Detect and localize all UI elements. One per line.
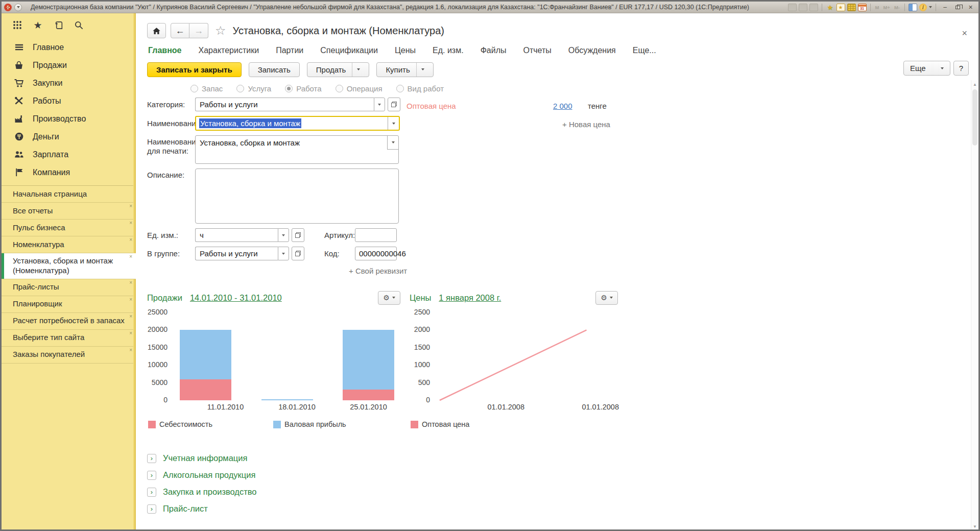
window-tab-home[interactable]: Начальная страница	[2, 186, 136, 203]
sidebar-item-works[interactable]: Работы	[2, 92, 136, 110]
sidebar-item-production[interactable]: Производство	[2, 110, 136, 128]
description-input[interactable]	[195, 168, 399, 224]
scroll-up-icon[interactable]: ▲	[971, 80, 978, 88]
sales-period-link[interactable]: 14.01.2010 - 31.01.2010	[190, 293, 282, 303]
prices-settings-button[interactable]: ⚙	[595, 291, 618, 305]
close-form-icon[interactable]: ×	[962, 29, 967, 38]
memory-m-plus-icon[interactable]: M+	[882, 4, 891, 11]
close-tab-icon[interactable]: ×	[129, 221, 132, 226]
window-tab[interactable]: Планировщик×	[2, 296, 136, 313]
radio-operation[interactable]: Операция	[336, 84, 383, 93]
tab-characteristics[interactable]: Характеристики	[199, 46, 259, 55]
chevron-right-icon[interactable]: ›	[147, 504, 156, 514]
close-tab-icon[interactable]: ×	[129, 204, 132, 209]
sales-settings-button[interactable]: ⚙	[378, 291, 400, 305]
close-tab-icon[interactable]: ×	[129, 297, 132, 302]
window-tab[interactable]: Прайс-листы×	[2, 279, 136, 296]
close-tab-icon[interactable]: ×	[129, 348, 132, 353]
chevron-right-icon[interactable]: ›	[147, 454, 156, 463]
close-tab-icon[interactable]: ×	[129, 314, 132, 319]
info-dropdown-icon[interactable]	[929, 6, 932, 8]
search-icon[interactable]	[69, 18, 88, 32]
split-panel-icon[interactable]	[909, 4, 917, 11]
tab-prices[interactable]: Цены	[395, 46, 416, 55]
tab-discussions[interactable]: Обсуждения	[568, 46, 616, 55]
print-icon[interactable]	[799, 4, 807, 11]
category-input[interactable]: Работы и услуги	[195, 98, 374, 111]
back-button[interactable]: ←	[171, 23, 189, 38]
print-name-input[interactable]: Установка, сборка и монтаж	[195, 135, 399, 164]
sku-input[interactable]	[355, 228, 397, 242]
sidebar-item-company[interactable]: Компания	[2, 163, 136, 181]
unit-input[interactable]: ч	[195, 228, 278, 242]
custom-attribute-link[interactable]: + Свой реквизит	[349, 267, 407, 275]
window-tab[interactable]: Номенклатура×	[2, 236, 136, 253]
vertical-scrollbar[interactable]: ▲ ▼	[971, 80, 978, 530]
memory-m-minus-icon[interactable]: M-	[893, 4, 901, 11]
save-button[interactable]: Записать	[249, 62, 300, 77]
save-and-close-button[interactable]: Записать и закрыть	[147, 62, 242, 77]
sidebar-item-money[interactable]: Деньги	[2, 128, 136, 146]
memory-m-icon[interactable]: M	[874, 4, 880, 11]
section-alcohol-products[interactable]: › Алкогольная продукция	[147, 467, 978, 484]
category-open-icon[interactable]	[388, 98, 400, 111]
window-tab[interactable]: Выберите тип сайта×	[2, 330, 136, 347]
name-input[interactable]: Установка, сборка и монтаж	[196, 117, 388, 130]
radio-stock[interactable]: Запас	[190, 84, 223, 93]
section-accounting-info[interactable]: › Учетная информация	[147, 450, 978, 467]
section-price-list[interactable]: › Прайс-лист	[147, 500, 978, 517]
sidebar-item-salary[interactable]: Зарплата	[2, 146, 136, 163]
window-tab[interactable]: Расчет потребностей в запасах×	[2, 313, 136, 330]
window-tab-active[interactable]: Установка, сборка и монтаж (Номенклатура…	[2, 253, 136, 279]
close-tab-icon[interactable]: ×	[129, 331, 132, 336]
apps-grid-icon[interactable]	[8, 18, 27, 32]
minimize-button[interactable]: –	[940, 3, 950, 11]
history-icon[interactable]	[49, 18, 68, 32]
group-open-icon[interactable]	[292, 247, 304, 260]
window-tab[interactable]: Заказы покупателей×	[2, 347, 136, 364]
chevron-right-icon[interactable]: ›	[147, 471, 156, 480]
calendar-icon[interactable]: 31	[858, 4, 867, 11]
name-dropdown-icon[interactable]	[388, 117, 399, 130]
save-icon[interactable]	[788, 4, 797, 11]
more-button[interactable]: Еще	[903, 61, 950, 76]
restore-button[interactable]	[952, 3, 963, 11]
group-dropdown-icon[interactable]	[278, 247, 289, 260]
help-button[interactable]: ?	[953, 61, 969, 76]
scrollbar-thumb[interactable]	[972, 89, 977, 146]
tab-files[interactable]: Файлы	[481, 46, 507, 55]
tab-main[interactable]: Главное	[148, 46, 182, 55]
code-input[interactable]: 00000000046	[355, 247, 397, 260]
buy-button[interactable]: Купить	[376, 62, 433, 77]
section-purchase-production[interactable]: › Закупка и производство	[147, 484, 978, 500]
sidebar-item-main[interactable]: Главное	[2, 38, 136, 56]
price-value-link[interactable]: 2 000	[553, 102, 572, 110]
favorites-star-icon[interactable]: ★	[28, 18, 47, 32]
window-tab[interactable]: Все отчеты×	[2, 203, 136, 220]
close-tab-icon[interactable]: ×	[129, 280, 132, 285]
close-tab-icon[interactable]: ×	[129, 254, 132, 259]
close-window-button[interactable]: ×	[965, 3, 976, 11]
tab-reports[interactable]: Отчеты	[523, 46, 551, 55]
radio-service[interactable]: Услуга	[236, 84, 271, 93]
radio-work[interactable]: Работа	[285, 84, 322, 93]
radio-work-type[interactable]: Вид работ	[396, 84, 444, 93]
sell-button[interactable]: Продать	[307, 62, 370, 77]
forward-button[interactable]: →	[189, 23, 208, 38]
group-input[interactable]: Работы и услуги	[195, 247, 278, 260]
favorite-star-icon[interactable]: ☆	[215, 23, 226, 38]
print-name-dropdown-icon[interactable]	[387, 136, 398, 150]
unit-open-icon[interactable]	[292, 228, 304, 242]
new-price-link[interactable]: + Новая цена	[562, 120, 610, 129]
unit-dropdown-icon[interactable]	[278, 228, 289, 242]
preview-icon[interactable]	[809, 4, 818, 11]
tab-units[interactable]: Ед. изм.	[433, 46, 464, 55]
tab-batches[interactable]: Партии	[276, 46, 303, 55]
tab-specifications[interactable]: Спецификации	[320, 46, 378, 55]
window-tab[interactable]: Пульс бизнеса×	[2, 220, 136, 236]
category-dropdown-icon[interactable]	[374, 98, 385, 111]
system-menu-button[interactable]	[14, 4, 22, 11]
tab-more[interactable]: Еще...	[633, 46, 656, 55]
sidebar-item-sales[interactable]: Продажи	[2, 56, 136, 74]
close-tab-icon[interactable]: ×	[129, 237, 132, 243]
